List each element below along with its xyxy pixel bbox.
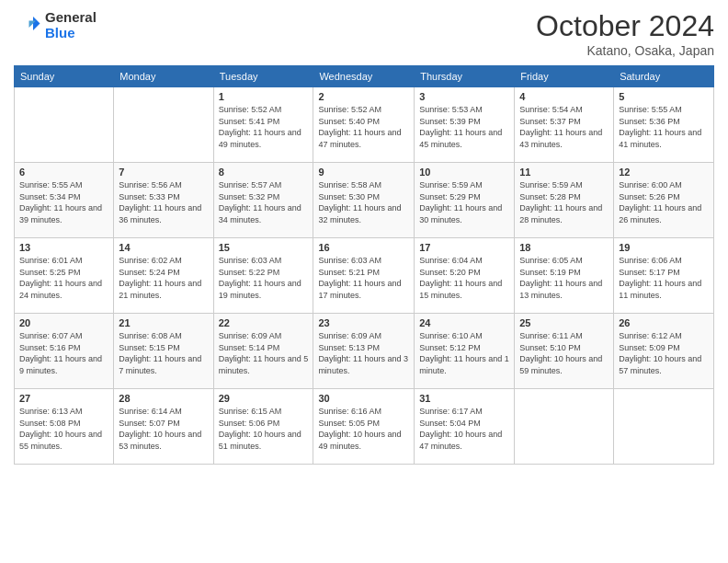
calendar-header-row: SundayMondayTuesdayWednesdayThursdayFrid… [15, 66, 714, 87]
calendar-cell: 18Sunrise: 6:05 AM Sunset: 5:19 PM Dayli… [515, 238, 614, 314]
day-number: 7 [119, 167, 208, 178]
calendar-cell: 16Sunrise: 6:03 AM Sunset: 5:21 PM Dayli… [313, 238, 415, 314]
calendar-cell: 27Sunrise: 6:13 AM Sunset: 5:08 PM Dayli… [15, 389, 114, 465]
calendar-week-row: 27Sunrise: 6:13 AM Sunset: 5:08 PM Dayli… [15, 389, 714, 465]
day-number: 20 [19, 317, 108, 328]
day-info: Sunrise: 6:02 AM Sunset: 5:24 PM Dayligh… [119, 255, 208, 301]
day-info: Sunrise: 6:09 AM Sunset: 5:14 PM Dayligh… [219, 330, 309, 376]
calendar-cell: 4Sunrise: 5:54 AM Sunset: 5:37 PM Daylig… [515, 87, 614, 163]
calendar-cell: 9Sunrise: 5:58 AM Sunset: 5:30 PM Daylig… [313, 163, 415, 238]
calendar-week-row: 13Sunrise: 6:01 AM Sunset: 5:25 PM Dayli… [15, 238, 714, 314]
calendar-week-row: 20Sunrise: 6:07 AM Sunset: 5:16 PM Dayli… [15, 314, 714, 389]
calendar-cell: 14Sunrise: 6:02 AM Sunset: 5:24 PM Dayli… [114, 238, 213, 314]
day-number: 12 [619, 167, 709, 178]
calendar-cell: 17Sunrise: 6:04 AM Sunset: 5:20 PM Dayli… [415, 238, 515, 314]
day-info: Sunrise: 5:57 AM Sunset: 5:32 PM Dayligh… [219, 179, 309, 225]
calendar-cell: 24Sunrise: 6:10 AM Sunset: 5:12 PM Dayli… [415, 314, 515, 389]
calendar-cell: 25Sunrise: 6:11 AM Sunset: 5:10 PM Dayli… [515, 314, 614, 389]
calendar-week-row: 1Sunrise: 5:52 AM Sunset: 5:41 PM Daylig… [15, 87, 714, 163]
day-number: 30 [318, 393, 409, 404]
calendar-cell: 29Sunrise: 6:15 AM Sunset: 5:06 PM Dayli… [213, 389, 313, 465]
day-number: 29 [219, 393, 309, 404]
day-number: 28 [119, 393, 208, 404]
day-number: 26 [619, 317, 709, 328]
day-number: 5 [619, 91, 709, 102]
calendar-cell: 23Sunrise: 6:09 AM Sunset: 5:13 PM Dayli… [313, 314, 415, 389]
day-info: Sunrise: 6:08 AM Sunset: 5:15 PM Dayligh… [119, 330, 208, 376]
day-number: 11 [519, 167, 609, 178]
calendar-cell [614, 389, 714, 465]
day-info: Sunrise: 5:55 AM Sunset: 5:36 PM Dayligh… [619, 104, 709, 150]
day-number: 23 [318, 317, 409, 328]
weekday-header-sunday: Sunday [15, 66, 114, 87]
day-number: 14 [119, 242, 208, 253]
day-number: 6 [19, 167, 108, 178]
day-info: Sunrise: 6:17 AM Sunset: 5:04 PM Dayligh… [419, 406, 509, 452]
day-info: Sunrise: 5:58 AM Sunset: 5:30 PM Dayligh… [318, 179, 409, 225]
day-info: Sunrise: 6:14 AM Sunset: 5:07 PM Dayligh… [119, 406, 208, 452]
day-info: Sunrise: 6:03 AM Sunset: 5:21 PM Dayligh… [318, 255, 409, 301]
day-number: 2 [318, 91, 409, 102]
day-info: Sunrise: 6:09 AM Sunset: 5:13 PM Dayligh… [318, 330, 409, 376]
day-number: 22 [219, 317, 309, 328]
calendar-table: SundayMondayTuesdayWednesdayThursdayFrid… [14, 65, 714, 465]
day-info: Sunrise: 6:13 AM Sunset: 5:08 PM Dayligh… [19, 406, 108, 452]
weekday-header-saturday: Saturday [614, 66, 714, 87]
calendar-cell: 28Sunrise: 6:14 AM Sunset: 5:07 PM Dayli… [114, 389, 213, 465]
day-info: Sunrise: 5:55 AM Sunset: 5:34 PM Dayligh… [19, 179, 108, 225]
calendar-cell: 5Sunrise: 5:55 AM Sunset: 5:36 PM Daylig… [614, 87, 714, 163]
calendar-cell: 26Sunrise: 6:12 AM Sunset: 5:09 PM Dayli… [614, 314, 714, 389]
calendar-cell: 2Sunrise: 5:52 AM Sunset: 5:40 PM Daylig… [313, 87, 415, 163]
day-info: Sunrise: 6:16 AM Sunset: 5:05 PM Dayligh… [318, 406, 409, 452]
calendar-cell: 31Sunrise: 6:17 AM Sunset: 5:04 PM Dayli… [415, 389, 515, 465]
calendar-cell: 1Sunrise: 5:52 AM Sunset: 5:41 PM Daylig… [213, 87, 313, 163]
calendar-cell: 10Sunrise: 5:59 AM Sunset: 5:29 PM Dayli… [415, 163, 515, 238]
calendar-cell: 22Sunrise: 6:09 AM Sunset: 5:14 PM Dayli… [213, 314, 313, 389]
calendar-cell: 3Sunrise: 5:53 AM Sunset: 5:39 PM Daylig… [415, 87, 515, 163]
calendar-cell: 20Sunrise: 6:07 AM Sunset: 5:16 PM Dayli… [15, 314, 114, 389]
calendar-cell: 8Sunrise: 5:57 AM Sunset: 5:32 PM Daylig… [213, 163, 313, 238]
day-number: 19 [619, 242, 709, 253]
month-title: October 2024 [536, 9, 714, 43]
day-number: 3 [419, 91, 509, 102]
calendar-cell: 11Sunrise: 5:59 AM Sunset: 5:28 PM Dayli… [515, 163, 614, 238]
day-number: 24 [419, 317, 509, 328]
calendar-cell: 12Sunrise: 6:00 AM Sunset: 5:26 PM Dayli… [614, 163, 714, 238]
day-info: Sunrise: 5:56 AM Sunset: 5:33 PM Dayligh… [119, 179, 208, 225]
calendar-cell: 7Sunrise: 5:56 AM Sunset: 5:33 PM Daylig… [114, 163, 213, 238]
day-info: Sunrise: 6:06 AM Sunset: 5:17 PM Dayligh… [619, 255, 709, 301]
day-number: 9 [318, 167, 409, 178]
day-number: 25 [519, 317, 609, 328]
calendar-cell [515, 389, 614, 465]
day-number: 16 [318, 242, 409, 253]
day-number: 21 [119, 317, 208, 328]
weekday-header-wednesday: Wednesday [313, 66, 415, 87]
day-info: Sunrise: 5:53 AM Sunset: 5:39 PM Dayligh… [419, 104, 509, 150]
day-number: 27 [19, 393, 108, 404]
day-info: Sunrise: 6:15 AM Sunset: 5:06 PM Dayligh… [219, 406, 309, 452]
day-number: 8 [219, 167, 309, 178]
day-number: 31 [419, 393, 509, 404]
day-info: Sunrise: 6:10 AM Sunset: 5:12 PM Dayligh… [419, 330, 509, 376]
calendar-cell [114, 87, 213, 163]
calendar-page: General Blue October 2024 Katano, Osaka,… [0, 0, 728, 563]
day-info: Sunrise: 5:54 AM Sunset: 5:37 PM Dayligh… [519, 104, 609, 150]
calendar-cell [15, 87, 114, 163]
day-number: 18 [519, 242, 609, 253]
logo: General Blue [14, 9, 97, 40]
day-number: 1 [219, 91, 309, 102]
calendar-week-row: 6Sunrise: 5:55 AM Sunset: 5:34 PM Daylig… [15, 163, 714, 238]
calendar-cell: 15Sunrise: 6:03 AM Sunset: 5:22 PM Dayli… [213, 238, 313, 314]
weekday-header-friday: Friday [515, 66, 614, 87]
day-info: Sunrise: 5:59 AM Sunset: 5:28 PM Dayligh… [519, 179, 609, 225]
day-number: 17 [419, 242, 509, 253]
day-number: 13 [19, 242, 108, 253]
weekday-header-monday: Monday [114, 66, 213, 87]
day-info: Sunrise: 5:52 AM Sunset: 5:40 PM Dayligh… [318, 104, 409, 150]
header: General Blue October 2024 Katano, Osaka,… [14, 9, 714, 58]
logo-icon [14, 11, 41, 39]
calendar-cell: 21Sunrise: 6:08 AM Sunset: 5:15 PM Dayli… [114, 314, 213, 389]
day-number: 15 [219, 242, 309, 253]
day-info: Sunrise: 6:01 AM Sunset: 5:25 PM Dayligh… [19, 255, 108, 301]
title-block: October 2024 Katano, Osaka, Japan [536, 9, 714, 58]
